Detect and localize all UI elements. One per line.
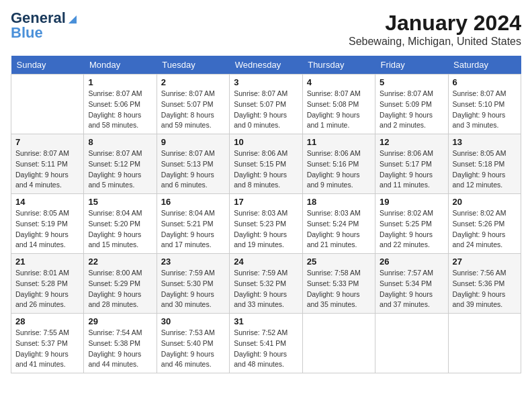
- day-info: Sunrise: 8:07 AMSunset: 5:11 PMDaylight:…: [15, 148, 79, 191]
- calendar-week-row: 7Sunrise: 8:07 AMSunset: 5:11 PMDaylight…: [11, 134, 521, 194]
- calendar-cell: 23Sunrise: 7:59 AMSunset: 5:30 PMDayligh…: [157, 254, 229, 314]
- calendar-cell: [302, 314, 375, 373]
- day-info: Sunrise: 8:03 AMSunset: 5:24 PMDaylight:…: [307, 208, 371, 250]
- calendar-cell: [375, 314, 448, 373]
- day-number: 27: [453, 257, 517, 267]
- logo-triangle-icon: [66, 11, 79, 25]
- day-info: Sunrise: 8:07 AMSunset: 5:10 PMDaylight:…: [453, 89, 517, 131]
- day-info: Sunrise: 8:07 AMSunset: 5:06 PMDaylight:…: [88, 89, 152, 131]
- day-number: 3: [234, 77, 298, 87]
- day-number: 2: [161, 77, 225, 87]
- day-number: 1: [88, 77, 152, 87]
- day-info: Sunrise: 8:02 AMSunset: 5:26 PMDaylight:…: [453, 208, 517, 250]
- day-number: 18: [307, 197, 371, 207]
- calendar-cell: 27Sunrise: 7:56 AMSunset: 5:36 PMDayligh…: [448, 254, 521, 314]
- weekday-header-wednesday: Wednesday: [230, 56, 302, 75]
- day-number: 13: [453, 137, 517, 147]
- calendar-cell: 22Sunrise: 8:00 AMSunset: 5:29 PMDayligh…: [84, 254, 157, 314]
- day-info: Sunrise: 8:02 AMSunset: 5:25 PMDaylight:…: [380, 208, 443, 250]
- day-info: Sunrise: 8:04 AMSunset: 5:21 PMDaylight:…: [161, 208, 225, 250]
- day-number: 19: [380, 197, 443, 207]
- day-info: Sunrise: 8:07 AMSunset: 5:07 PMDaylight:…: [161, 89, 225, 131]
- calendar-cell: 26Sunrise: 7:57 AMSunset: 5:34 PMDayligh…: [375, 254, 448, 314]
- day-info: Sunrise: 8:07 AMSunset: 5:13 PMDaylight:…: [161, 148, 225, 191]
- day-info: Sunrise: 8:00 AMSunset: 5:29 PMDaylight:…: [88, 268, 152, 310]
- calendar-cell: 25Sunrise: 7:58 AMSunset: 5:33 PMDayligh…: [302, 254, 375, 314]
- day-info: Sunrise: 8:03 AMSunset: 5:23 PMDaylight:…: [234, 208, 298, 250]
- day-number: 12: [380, 137, 443, 147]
- day-number: 14: [15, 197, 79, 207]
- day-info: Sunrise: 7:58 AMSunset: 5:33 PMDaylight:…: [307, 268, 371, 310]
- page-header: General Blue January 2024 Sebewaing, Mic…: [11, 11, 521, 48]
- day-number: 5: [380, 77, 443, 87]
- day-number: 26: [380, 257, 443, 267]
- calendar-cell: 30Sunrise: 7:53 AMSunset: 5:40 PMDayligh…: [157, 314, 229, 373]
- day-number: 24: [234, 257, 298, 267]
- weekday-header-friday: Friday: [375, 56, 448, 75]
- weekday-header-thursday: Thursday: [302, 56, 375, 75]
- weekday-header-monday: Monday: [84, 56, 157, 75]
- calendar-cell: 29Sunrise: 7:54 AMSunset: 5:38 PMDayligh…: [84, 314, 157, 373]
- calendar-cell: 31Sunrise: 7:52 AMSunset: 5:41 PMDayligh…: [230, 314, 302, 373]
- calendar-cell: 7Sunrise: 8:07 AMSunset: 5:11 PMDaylight…: [11, 134, 84, 194]
- day-number: 23: [161, 257, 225, 267]
- logo: General Blue: [11, 11, 79, 40]
- calendar-cell: 17Sunrise: 8:03 AMSunset: 5:23 PMDayligh…: [230, 194, 302, 254]
- day-info: Sunrise: 7:56 AMSunset: 5:36 PMDaylight:…: [453, 268, 517, 310]
- day-number: 6: [453, 77, 517, 87]
- calendar-cell: 14Sunrise: 8:05 AMSunset: 5:19 PMDayligh…: [11, 194, 84, 254]
- calendar-cell: 13Sunrise: 8:05 AMSunset: 5:18 PMDayligh…: [448, 134, 521, 194]
- calendar-week-row: 28Sunrise: 7:55 AMSunset: 5:37 PMDayligh…: [11, 314, 521, 373]
- calendar-cell: [11, 75, 84, 134]
- calendar-cell: 5Sunrise: 8:07 AMSunset: 5:09 PMDaylight…: [375, 75, 448, 134]
- day-number: 25: [307, 257, 371, 267]
- weekday-header-sunday: Sunday: [11, 56, 84, 75]
- calendar-cell: 3Sunrise: 8:07 AMSunset: 5:07 PMDaylight…: [230, 75, 302, 134]
- calendar-cell: 4Sunrise: 8:07 AMSunset: 5:08 PMDaylight…: [302, 75, 375, 134]
- day-number: 16: [161, 197, 225, 207]
- day-info: Sunrise: 7:59 AMSunset: 5:30 PMDaylight:…: [161, 268, 225, 310]
- day-info: Sunrise: 8:06 AMSunset: 5:17 PMDaylight:…: [380, 148, 443, 191]
- day-number: 30: [161, 316, 225, 326]
- calendar-week-row: 21Sunrise: 8:01 AMSunset: 5:28 PMDayligh…: [11, 254, 521, 314]
- calendar-cell: 1Sunrise: 8:07 AMSunset: 5:06 PMDaylight…: [84, 75, 157, 134]
- day-number: 8: [88, 137, 152, 147]
- calendar-cell: 19Sunrise: 8:02 AMSunset: 5:25 PMDayligh…: [375, 194, 448, 254]
- calendar-table: SundayMondayTuesdayWednesdayThursdayFrid…: [11, 56, 521, 373]
- day-number: 7: [15, 137, 79, 147]
- day-number: 20: [453, 197, 517, 207]
- calendar-cell: 9Sunrise: 8:07 AMSunset: 5:13 PMDaylight…: [157, 134, 229, 194]
- calendar-cell: 8Sunrise: 8:07 AMSunset: 5:12 PMDaylight…: [84, 134, 157, 194]
- calendar-cell: 15Sunrise: 8:04 AMSunset: 5:20 PMDayligh…: [84, 194, 157, 254]
- calendar-cell: 16Sunrise: 8:04 AMSunset: 5:21 PMDayligh…: [157, 194, 229, 254]
- day-info: Sunrise: 8:05 AMSunset: 5:19 PMDaylight:…: [15, 208, 79, 250]
- day-info: Sunrise: 7:52 AMSunset: 5:41 PMDaylight:…: [234, 328, 298, 370]
- day-number: 10: [234, 137, 298, 147]
- calendar-cell: 18Sunrise: 8:03 AMSunset: 5:24 PMDayligh…: [302, 194, 375, 254]
- day-info: Sunrise: 8:05 AMSunset: 5:18 PMDaylight:…: [453, 148, 517, 191]
- logo-text-general: General: [11, 11, 66, 26]
- day-number: 28: [15, 316, 79, 326]
- day-info: Sunrise: 7:59 AMSunset: 5:32 PMDaylight:…: [234, 268, 298, 310]
- day-info: Sunrise: 7:54 AMSunset: 5:38 PMDaylight:…: [88, 328, 152, 370]
- calendar-cell: 2Sunrise: 8:07 AMSunset: 5:07 PMDaylight…: [157, 75, 229, 134]
- location-title: Sebewaing, Michigan, United States: [349, 36, 521, 48]
- calendar-cell: 20Sunrise: 8:02 AMSunset: 5:26 PMDayligh…: [448, 194, 521, 254]
- day-info: Sunrise: 8:07 AMSunset: 5:12 PMDaylight:…: [88, 148, 152, 191]
- day-info: Sunrise: 8:07 AMSunset: 5:08 PMDaylight:…: [307, 89, 371, 131]
- day-info: Sunrise: 8:04 AMSunset: 5:20 PMDaylight:…: [88, 208, 152, 250]
- calendar-cell: 21Sunrise: 8:01 AMSunset: 5:28 PMDayligh…: [11, 254, 84, 314]
- calendar-cell: 10Sunrise: 8:06 AMSunset: 5:15 PMDayligh…: [230, 134, 302, 194]
- month-title: January 2024: [349, 11, 521, 36]
- calendar-cell: [448, 314, 521, 373]
- day-number: 11: [307, 137, 371, 147]
- calendar-cell: 6Sunrise: 8:07 AMSunset: 5:10 PMDaylight…: [448, 75, 521, 134]
- day-number: 31: [234, 316, 298, 326]
- weekday-header-saturday: Saturday: [448, 56, 521, 75]
- day-info: Sunrise: 8:07 AMSunset: 5:07 PMDaylight:…: [234, 89, 298, 131]
- weekday-header-row: SundayMondayTuesdayWednesdayThursdayFrid…: [11, 56, 521, 75]
- day-info: Sunrise: 8:06 AMSunset: 5:15 PMDaylight:…: [234, 148, 298, 191]
- day-number: 17: [234, 197, 298, 207]
- day-number: 29: [88, 316, 152, 326]
- calendar-cell: 24Sunrise: 7:59 AMSunset: 5:32 PMDayligh…: [230, 254, 302, 314]
